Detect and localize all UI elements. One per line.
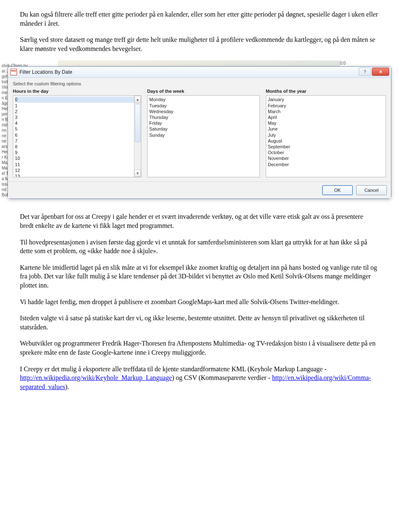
months-header: Months of the year — [266, 89, 386, 94]
text: ). — [65, 383, 69, 390]
list-item[interactable]: September — [268, 144, 384, 150]
list-item[interactable]: Friday — [149, 120, 258, 126]
filter-dialog-window: Filter Locations By Date ? ✕ Select the … — [7, 66, 391, 199]
list-item[interactable]: Wednesday — [149, 109, 258, 114]
list-item[interactable]: 6 — [15, 132, 139, 138]
paragraph: Vi hadde laget ferdig, men droppet å pub… — [20, 297, 378, 307]
paragraph: Du kan også filtrere alle treff etter gi… — [20, 10, 378, 28]
scroll-up-icon[interactable]: ▲ — [134, 96, 141, 103]
list-item[interactable]: 2 — [15, 109, 139, 114]
hours-listbox[interactable]: 01234567891011121314151617 ▲ ▼ — [13, 95, 141, 177]
list-item[interactable]: June — [268, 126, 384, 132]
list-item[interactable]: 4 — [15, 120, 139, 126]
close-button[interactable]: ✕ — [372, 68, 389, 76]
calendar-icon — [10, 69, 17, 75]
days-listbox[interactable]: MondayTuesdayWednesdayThursdayFridaySatu… — [147, 95, 260, 177]
dialog-subtitle: Select the custom filtering options — [13, 81, 386, 86]
list-item[interactable]: 7 — [15, 138, 139, 144]
list-item[interactable]: 0 — [15, 97, 139, 102]
scroll-down-icon[interactable]: ▼ — [134, 169, 141, 177]
list-item[interactable]: 13 — [15, 173, 139, 177]
months-listbox[interactable]: JanuaryFebruaryMarchAprilMayJuneJulyAugu… — [266, 95, 386, 177]
list-item[interactable]: 3 — [15, 114, 139, 120]
paragraph: Isteden valgte vi å satse på statiske ka… — [20, 314, 378, 331]
days-header: Days of the week — [147, 89, 260, 94]
hours-header: Hours in the day — [13, 89, 141, 94]
list-item[interactable]: 12 — [15, 167, 139, 173]
list-item[interactable]: 5 — [15, 126, 139, 132]
list-item[interactable]: 10 — [15, 155, 139, 161]
list-item[interactable]: 9 — [15, 150, 139, 155]
list-item[interactable]: December — [268, 162, 384, 167]
ok-button[interactable]: OK — [322, 185, 353, 195]
list-item[interactable]: November — [268, 155, 384, 161]
list-item[interactable]: Thursday — [149, 114, 258, 120]
paragraph: Kartene ble imidlertid laget på en slik … — [20, 263, 378, 290]
scroll-thumb[interactable] — [135, 104, 141, 142]
dialog-title: Filter Locations By Date — [19, 69, 72, 75]
list-item[interactable]: January — [268, 97, 384, 102]
cancel-button[interactable]: Cancel — [356, 185, 387, 195]
paragraph: Det var åpenbart for oss at Creepy i gal… — [20, 212, 378, 230]
paragraph: I Creepy er det mulig å eksportere alle … — [20, 365, 378, 392]
list-item[interactable]: May — [268, 120, 384, 126]
text: ) og CSV (Kommaseparerte verdier - — [172, 374, 272, 381]
list-item[interactable]: April — [268, 114, 384, 120]
titlebar[interactable]: Filter Locations By Date ? ✕ — [8, 67, 391, 78]
list-item[interactable]: 8 — [15, 144, 139, 150]
list-item: 0:0 — [340, 60, 398, 66]
list-item[interactable]: October — [268, 150, 384, 155]
list-item[interactable]: 11 — [15, 162, 139, 167]
list-item[interactable]: August — [268, 138, 384, 144]
list-item[interactable]: Tuesday — [149, 103, 258, 109]
list-item[interactable]: 1 — [15, 103, 139, 109]
paragraph: Til hovedpresentasjonen i avisen første … — [20, 238, 378, 256]
paragraph: Særlig ved store datasett og mange treff… — [20, 35, 378, 53]
list-item[interactable]: Monday — [149, 97, 258, 102]
help-button[interactable]: ? — [359, 68, 371, 76]
text: I Creepy er det mulig å eksportere alle … — [20, 365, 327, 372]
list-item[interactable]: July — [268, 132, 384, 138]
list-item[interactable]: March — [268, 109, 384, 114]
list-item[interactable]: Saturday — [149, 126, 258, 132]
list-item[interactable]: Sunday — [149, 132, 258, 138]
paragraph: Webutvikler og programmerer Fredrik Hage… — [20, 339, 378, 357]
screenshot-filter-dialog: Kontraskjæret Pipervika olvik-Olsen nyar… — [0, 60, 398, 197]
list-item[interactable]: February — [268, 103, 384, 109]
scrollbar[interactable]: ▲ ▼ — [134, 96, 141, 177]
link-kml[interactable]: http://en.wikipedia.org/wiki/Keyhole_Mar… — [20, 374, 172, 381]
